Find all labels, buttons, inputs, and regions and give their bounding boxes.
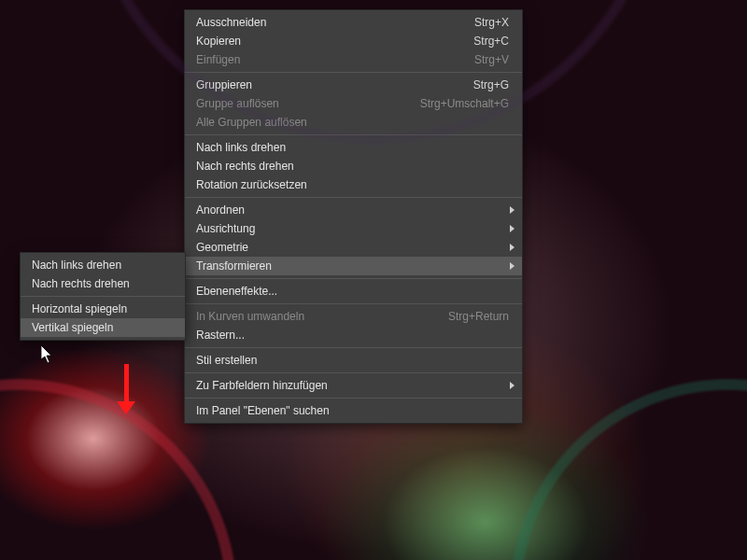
menu-item-geometrie[interactable]: Geometrie xyxy=(185,238,522,257)
menu-separator xyxy=(185,134,522,135)
menu-item-alle-gruppen-aufloesen: Alle Gruppen auflösen xyxy=(185,113,522,132)
menu-separator xyxy=(185,347,522,348)
menu-item-label: Gruppe auflösen xyxy=(196,97,345,110)
annotation-arrow-icon xyxy=(117,364,135,414)
menu-item-label: Alle Gruppen auflösen xyxy=(196,116,345,129)
transform-submenu[interactable]: Nach links drehenNach rechts drehenHoriz… xyxy=(20,252,186,341)
menu-separator xyxy=(185,303,522,304)
menu-item-ebeneneffekte[interactable]: Ebeneneffekte... xyxy=(185,282,522,301)
mouse-cursor-icon xyxy=(41,345,54,364)
menu-item-shortcut: Strg+C xyxy=(451,35,509,48)
menu-item-kopieren[interactable]: KopierenStrg+C xyxy=(185,32,522,50)
menu-item-label: Nach links drehen xyxy=(32,259,121,272)
context-menu[interactable]: AusschneidenStrg+XKopierenStrg+CEinfügen… xyxy=(184,9,523,424)
menu-item-shortcut: Strg+V xyxy=(452,53,509,66)
menu-item-label: Nach rechts drehen xyxy=(32,277,130,290)
menu-item-label: Vertikal spiegeln xyxy=(32,321,113,334)
menu-item-label: Gruppieren xyxy=(196,78,345,91)
menu-item-label: Geometrie xyxy=(196,241,345,254)
menu-item-label: Einfügen xyxy=(196,53,345,66)
menu-separator xyxy=(185,278,522,279)
menu-item-einfuegen: EinfügenStrg+V xyxy=(185,50,522,69)
menu-item-shortcut: Strg+X xyxy=(452,16,509,29)
menu-item-anordnen[interactable]: Anordnen xyxy=(185,201,522,219)
chevron-right-icon xyxy=(510,262,514,270)
menu-item-sub-vertikal-spiegeln[interactable]: Vertikal spiegeln xyxy=(21,318,185,337)
menu-item-zu-farbfeldern[interactable]: Zu Farbfeldern hinzufügen xyxy=(185,376,522,395)
menu-item-label: Anordnen xyxy=(196,203,345,217)
menu-item-label: Rastern... xyxy=(196,329,345,342)
menu-item-nach-links-drehen[interactable]: Nach links drehen xyxy=(185,138,522,157)
menu-item-transformieren[interactable]: Transformieren xyxy=(185,257,522,275)
menu-item-shortcut: Strg+Umschalt+G xyxy=(398,97,509,110)
menu-item-label: Stil erstellen xyxy=(196,354,345,367)
menu-item-label: Zu Farbfeldern hinzufügen xyxy=(196,379,345,392)
menu-item-label: Transformieren xyxy=(196,259,345,273)
menu-separator xyxy=(21,296,185,297)
chevron-right-icon xyxy=(510,244,514,251)
menu-item-label: Kopieren xyxy=(196,35,345,48)
menu-item-label: Ausschneiden xyxy=(196,16,345,29)
menu-item-sub-horizontal-spiegeln[interactable]: Horizontal spiegeln xyxy=(21,300,185,318)
menu-item-label: Horizontal spiegeln xyxy=(32,302,127,315)
chevron-right-icon xyxy=(510,382,514,389)
menu-separator xyxy=(185,72,522,73)
menu-item-label: Ebeneneffekte... xyxy=(196,285,345,298)
chevron-right-icon xyxy=(510,206,514,214)
menu-item-sub-nach-rechts-drehen[interactable]: Nach rechts drehen xyxy=(21,274,185,293)
menu-separator xyxy=(185,372,522,373)
menu-separator xyxy=(185,197,522,198)
menu-item-gruppieren[interactable]: GruppierenStrg+G xyxy=(185,76,522,94)
menu-item-label: Ausrichtung xyxy=(196,222,345,235)
menu-item-label: Rotation zurücksetzen xyxy=(196,178,345,191)
menu-item-label: Nach links drehen xyxy=(196,141,345,154)
menu-item-shortcut: Strg+Return xyxy=(426,310,509,323)
menu-item-gruppe-aufloesen: Gruppe auflösenStrg+Umschalt+G xyxy=(185,94,522,113)
menu-item-label: In Kurven umwandeln xyxy=(196,310,345,323)
menu-item-stil-erstellen[interactable]: Stil erstellen xyxy=(185,351,522,370)
menu-item-sub-nach-links-drehen[interactable]: Nach links drehen xyxy=(21,256,185,274)
menu-item-ausschneiden[interactable]: AusschneidenStrg+X xyxy=(185,13,522,32)
menu-item-label: Im Panel "Ebenen" suchen xyxy=(196,404,345,417)
menu-item-shortcut: Strg+G xyxy=(451,78,509,91)
menu-item-rastern[interactable]: Rastern... xyxy=(185,326,522,344)
chevron-right-icon xyxy=(510,225,514,232)
menu-separator xyxy=(185,398,522,399)
menu-item-ausrichtung[interactable]: Ausrichtung xyxy=(185,219,522,238)
menu-item-im-panel-suchen[interactable]: Im Panel "Ebenen" suchen xyxy=(185,401,522,420)
menu-item-label: Nach rechts drehen xyxy=(196,160,345,173)
menu-item-in-kurven-umwandeln: In Kurven umwandelnStrg+Return xyxy=(185,307,522,326)
menu-item-nach-rechts-drehen[interactable]: Nach rechts drehen xyxy=(185,157,522,175)
menu-item-rotation-zuruecksetzen[interactable]: Rotation zurücksetzen xyxy=(185,175,522,194)
